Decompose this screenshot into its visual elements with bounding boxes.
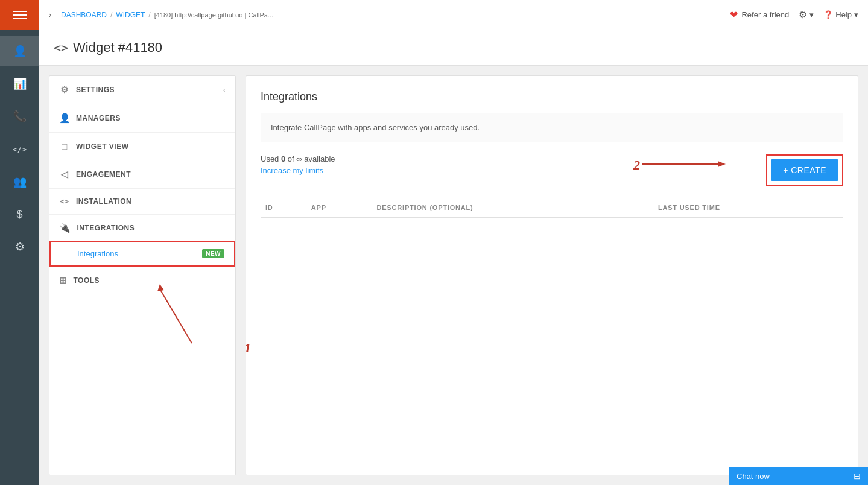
- settings-menu-icon: ⚙: [59, 84, 70, 95]
- table-header-app: APP: [306, 198, 372, 218]
- sidebar-toggle-button[interactable]: ›: [44, 0, 56, 30]
- help-circle-icon: ❓: [823, 10, 833, 19]
- page-header: <> Widget #41180: [39, 30, 868, 66]
- settings-dropdown-arrow: ▾: [809, 10, 814, 19]
- widget-view-icon: □: [59, 141, 70, 151]
- sidebar-item-billing[interactable]: $: [0, 199, 39, 229]
- hamburger-button[interactable]: [0, 0, 39, 30]
- sidebar: 👤 📊 📞 </> 👥 $ ⚙: [0, 30, 39, 485]
- integrations-header-label: INTEGRATIONS: [77, 224, 135, 232]
- team-icon: 👥: [13, 175, 27, 188]
- integrations-sub-item[interactable]: Integrations NEW: [49, 241, 235, 267]
- table-header-description: DESCRIPTION (OPTIONAL): [372, 198, 653, 218]
- increase-limits-link[interactable]: Increase my limits: [261, 166, 335, 175]
- menu-item-settings[interactable]: ⚙ SETTINGS ‹: [49, 76, 235, 104]
- gear-icon: ⚙: [15, 240, 25, 253]
- integrations-header-icon: 🔌: [59, 223, 71, 233]
- menu-item-settings-label: SETTINGS: [76, 86, 115, 94]
- menu-item-managers[interactable]: 👤 MANAGERS: [49, 104, 235, 133]
- managers-menu-icon: 👤: [59, 113, 70, 124]
- menu-item-managers-label: MANAGERS: [76, 114, 121, 122]
- heart-icon: ❤: [730, 9, 738, 21]
- menu-item-widget-view[interactable]: □ WIDGET VIEW: [49, 133, 235, 160]
- menu-item-engagement-label: ENGAGEMENT: [76, 170, 131, 179]
- sidebar-item-team[interactable]: 👥: [0, 166, 39, 197]
- usage-text: Used 0 of ∞ available Increase my limits: [261, 154, 335, 175]
- topbar-right: ❤ Refer a friend ⚙ ▾ ❓ Help ▾: [730, 9, 858, 21]
- integrations-info-text: Integrate CallPage with apps and service…: [271, 123, 480, 132]
- menu-item-tools[interactable]: ⊞ TOOLS: [49, 267, 235, 294]
- integrations-table: ID APP DESCRIPTION (OPTIONAL) LAST USED …: [261, 198, 843, 218]
- usage-of: of: [288, 154, 294, 163]
- integrations-info-box: Integrate CallPage with apps and service…: [261, 113, 843, 142]
- dollar-icon: $: [16, 208, 22, 221]
- sidebar-item-analytics[interactable]: 📊: [0, 69, 39, 99]
- usage-available: available: [304, 154, 335, 163]
- chart-icon: 📊: [13, 77, 27, 90]
- integrations-header[interactable]: 🔌 INTEGRATIONS: [49, 215, 235, 241]
- sidebar-item-code[interactable]: </>: [0, 134, 39, 164]
- menu-item-engagement[interactable]: ◁ ENGAGEMENT: [49, 160, 235, 189]
- breadcrumb-sep2: /: [148, 11, 150, 19]
- usage-used-label: Used: [261, 154, 279, 163]
- integrations-section: 🔌 INTEGRATIONS Integrations NEW: [49, 215, 235, 267]
- breadcrumb-current: [4180] http://callpage.github.io | CallP…: [154, 11, 273, 19]
- main-layout: 👤 📊 📞 </> 👥 $ ⚙ <> Widget #41180: [0, 30, 868, 485]
- settings-button[interactable]: ⚙ ▾: [799, 9, 814, 21]
- usage-section: Used 0 of ∞ available Increase my limits…: [261, 154, 843, 186]
- main-panel: Integrations Integrate CallPage with app…: [246, 75, 858, 475]
- topbar-left: › DASHBOARD / WIDGET / [4180] http://cal…: [0, 0, 273, 30]
- menu-item-tools-label: TOOLS: [74, 276, 100, 285]
- table-header-last-used: LAST USED TIME: [653, 198, 843, 218]
- widget-menu: ⚙ SETTINGS ‹ 👤 MANAGERS □ WIDGET VIEW ◁ …: [49, 75, 236, 475]
- create-button-wrapper: + CREATE: [766, 154, 843, 186]
- page-title-text: Widget #41180: [73, 40, 162, 55]
- sidebar-item-calls[interactable]: 📞: [0, 101, 39, 132]
- page-title: <> Widget #41180: [54, 40, 854, 55]
- content-area: <> Widget #41180 ⚙ SETTINGS ‹ 👤 MANAGERS…: [39, 30, 868, 485]
- breadcrumb-dashboard[interactable]: DASHBOARD: [61, 11, 107, 19]
- integrations-panel-title: Integrations: [261, 90, 843, 103]
- new-badge: NEW: [202, 249, 224, 258]
- help-dropdown-arrow: ▾: [854, 10, 858, 19]
- help-button[interactable]: ❓ Help ▾: [823, 10, 858, 19]
- code-icon: </>: [13, 145, 27, 154]
- chat-now-label: Chat now: [737, 472, 770, 481]
- breadcrumb: DASHBOARD / WIDGET / [4180] http://callp…: [61, 11, 273, 19]
- sidebar-item-user[interactable]: 👤: [0, 36, 39, 66]
- gear-icon: ⚙: [799, 9, 807, 21]
- phone-icon: 📞: [13, 110, 27, 123]
- widget-code-icon: <>: [54, 40, 68, 55]
- usage-count: 0: [281, 154, 285, 163]
- settings-arrow-icon: ‹: [223, 86, 226, 94]
- table-header-id: ID: [261, 198, 306, 218]
- refer-friend-label: Refer a friend: [741, 10, 789, 19]
- engagement-icon: ◁: [59, 169, 70, 180]
- usage-infinity: ∞: [296, 154, 302, 163]
- integrations-sub-label: Integrations: [77, 249, 118, 258]
- inner-layout: ⚙ SETTINGS ‹ 👤 MANAGERS □ WIDGET VIEW ◁ …: [39, 66, 868, 485]
- sidebar-item-settings[interactable]: ⚙: [0, 232, 39, 262]
- menu-item-installation-label: INSTALLATION: [76, 197, 131, 206]
- installation-icon: <>: [59, 197, 70, 206]
- hamburger-icon: [13, 11, 27, 19]
- chat-minimize-icon: ⊟: [854, 471, 861, 481]
- menu-item-installation[interactable]: <> INSTALLATION: [49, 189, 235, 215]
- breadcrumb-sep1: /: [110, 11, 112, 19]
- topbar: › DASHBOARD / WIDGET / [4180] http://cal…: [0, 0, 868, 30]
- chat-now-bar[interactable]: Chat now ⊟: [729, 467, 868, 485]
- help-label: Help: [835, 10, 852, 19]
- user-icon: 👤: [13, 45, 27, 58]
- refer-friend-button[interactable]: ❤ Refer a friend: [730, 9, 789, 21]
- breadcrumb-widget[interactable]: WIDGET: [116, 11, 145, 19]
- create-button[interactable]: + CREATE: [771, 159, 838, 181]
- tools-icon: ⊞: [59, 275, 68, 286]
- menu-item-widget-view-label: WIDGET VIEW: [76, 142, 129, 151]
